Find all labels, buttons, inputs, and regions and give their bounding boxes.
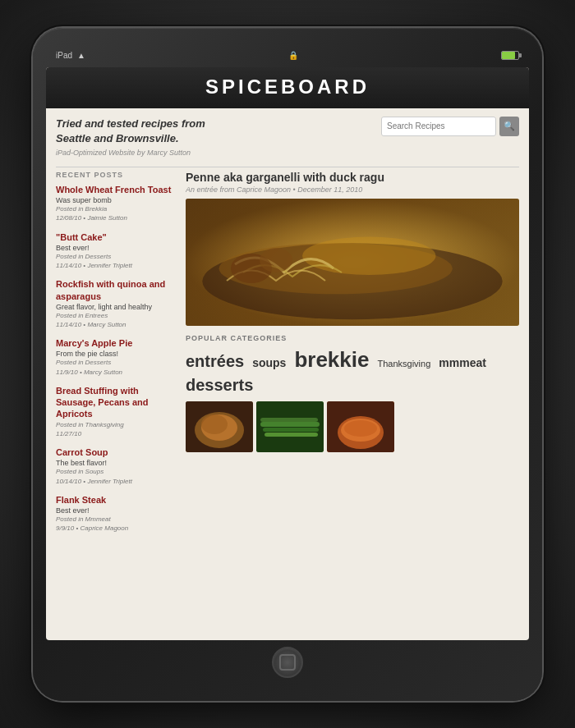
thumbnail-fried-chicken[interactable] (186, 401, 253, 452)
battery-fill (502, 52, 515, 59)
featured-subtitle: An entrée from Caprice Magoon • December… (186, 185, 519, 194)
category-thanksgiving[interactable]: Thanksgiving (377, 359, 430, 369)
list-item: "Butt Cake" Best ever! Posted in Dessert… (56, 231, 177, 271)
ipad-frame: iPad ▲ 🔒 SPICEBOARD Tried and tested rec… (33, 28, 542, 701)
categories-label: POPULAR CATEGORIES (186, 334, 519, 342)
featured-image-inner (186, 199, 519, 326)
list-item: Flank Steak Best ever! Posted in Mmmeat … (56, 494, 177, 533)
screen: SPICEBOARD Tried and tested recipes from… (46, 67, 529, 640)
ipad-device-label: iPad ▲ (56, 51, 85, 60)
categories-grid: entrées soups brekkie Thanksgiving mmmea… (186, 347, 519, 395)
list-item: Bread Stuffing with Sausage, Pecans and … (56, 385, 177, 438)
post-title[interactable]: "Butt Cake" (56, 231, 177, 243)
home-button[interactable] (272, 647, 303, 678)
category-entrees[interactable]: entrées (186, 352, 244, 371)
svg-point-3 (302, 236, 435, 275)
post-meta: Posted in Mmmeat 9/9/10 • Caprice Magoon (56, 515, 177, 533)
tagline: Tried and tested recipes from Seattle an… (56, 117, 205, 157)
tagline-heading: Tried and tested recipes from Seattle an… (56, 117, 205, 146)
post-title[interactable]: Rockfish with quinoa and asparagus (56, 278, 177, 302)
svg-rect-11 (260, 422, 320, 427)
post-title[interactable]: Marcy's Apple Pie (56, 337, 177, 349)
post-subtitle: Best ever! (56, 244, 177, 252)
post-subtitle: Best ever! (56, 506, 177, 515)
post-title[interactable]: Flank Steak (56, 494, 177, 506)
search-input[interactable] (381, 117, 496, 136)
wifi-icon: ▲ (77, 51, 85, 60)
top-section: Tried and tested recipes from Seattle an… (56, 117, 519, 157)
right-column: Penne aka garganelli with duck ragu An e… (186, 171, 519, 640)
tagline-sub: iPad-Optimized Website by Marcy Sutton (56, 149, 205, 157)
post-subtitle: Great flavor, light and healthy (56, 303, 177, 311)
thumbnail-row (186, 401, 519, 452)
category-soups[interactable]: soups (252, 356, 286, 369)
svg-point-18 (344, 420, 377, 437)
search-box: 🔍 (381, 117, 519, 136)
divider (56, 167, 519, 167)
post-title[interactable]: Carrot Soup (56, 446, 177, 458)
home-button-inner (279, 654, 296, 671)
featured-title[interactable]: Penne aka garganelli with duck ragu (186, 171, 519, 184)
post-subtitle: The best flavor! (56, 459, 177, 467)
category-desserts[interactable]: desserts (186, 376, 253, 395)
lock-icon: 🔒 (288, 51, 298, 60)
list-item: Rockfish with quinoa and asparagus Great… (56, 278, 177, 329)
thumbnail-pie[interactable] (327, 401, 394, 452)
post-meta: Posted in Entrees 11/14/10 • Marcy Sutto… (56, 311, 177, 329)
list-item: Carrot Soup The best flavor! Posted in S… (56, 446, 177, 486)
ipad-status-bar: iPad ▲ 🔒 (46, 44, 529, 67)
post-meta: Posted in Desserts 11/14/10 • Jennifer T… (56, 252, 177, 270)
post-meta: Posted in Soups 10/14/10 • Jennifer Trip… (56, 467, 177, 485)
category-brekkie[interactable]: brekkie (294, 347, 369, 373)
category-mmmeat[interactable]: mmmeat (439, 356, 486, 369)
battery-icon (501, 51, 519, 60)
list-item: Marcy's Apple Pie From the pie class! Po… (56, 337, 177, 377)
recent-posts-label: RECENT POSTS (56, 171, 177, 179)
search-button[interactable]: 🔍 (499, 117, 519, 136)
post-subtitle: From the pie class! (56, 350, 177, 358)
svg-point-9 (201, 414, 228, 434)
app-title: SPICEBOARD (46, 76, 529, 98)
ipad-label-text: iPad (56, 51, 72, 60)
post-subtitle: Was super bomb (56, 196, 177, 204)
categories-section: POPULAR CATEGORIES entrées soups brekkie… (186, 334, 519, 452)
featured-image[interactable] (186, 199, 519, 326)
main-layout: RECENT POSTS Whole Wheat French Toast Wa… (56, 171, 519, 640)
svg-rect-13 (264, 433, 318, 437)
left-column: RECENT POSTS Whole Wheat French Toast Wa… (56, 171, 177, 640)
svg-rect-12 (263, 428, 319, 432)
thumbnail-green-beans[interactable] (256, 401, 324, 452)
post-title[interactable]: Bread Stuffing with Sausage, Pecans and … (56, 385, 177, 420)
svg-point-5 (260, 248, 292, 272)
app-header: SPICEBOARD (46, 67, 529, 108)
post-title[interactable]: Whole Wheat French Toast (56, 184, 177, 195)
list-item: Whole Wheat French Toast Was super bomb … (56, 184, 177, 223)
screen-content: Tried and tested recipes from Seattle an… (46, 108, 529, 640)
post-meta: Posted in Brekkia 12/08/10 • Jaimie Sutt… (56, 204, 177, 222)
svg-rect-14 (260, 418, 318, 422)
post-meta: Posted in Thanksgiving 11/27/10 (56, 420, 177, 438)
post-meta: Posted in Desserts 11/9/10 • Marcy Sutto… (56, 358, 177, 376)
